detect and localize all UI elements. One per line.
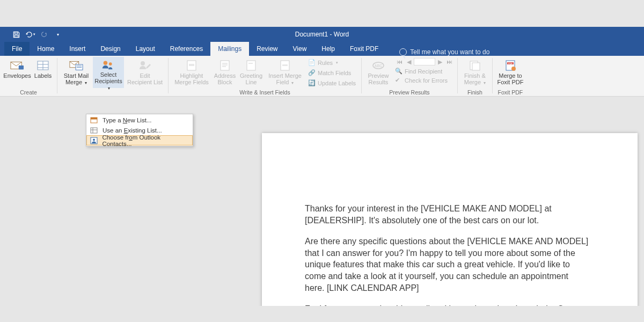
tab-home[interactable]: Home bbox=[30, 42, 62, 56]
labels-label: Labels bbox=[34, 72, 52, 79]
envelopes-button[interactable]: Envelopes bbox=[3, 57, 31, 88]
group-foxit: PDF Merge toFoxit PDF Foxit PDF bbox=[493, 56, 528, 96]
tab-view[interactable]: View bbox=[286, 42, 314, 56]
highlight-merge-fields-button[interactable]: HighlightMerge Fields bbox=[172, 57, 211, 88]
foxit-pdf-icon: PDF bbox=[503, 59, 517, 72]
group-create: Envelopes Labels Create bbox=[0, 56, 57, 96]
menu-choose-outlook-contacts[interactable]: Choose from Outlook Contacts... bbox=[86, 135, 193, 145]
svg-rect-36 bbox=[91, 118, 97, 119]
rules-icon: 📄 bbox=[308, 59, 316, 67]
group-write-insert: HighlightMerge Fields AddressBlock Greet… bbox=[169, 56, 361, 96]
envelope-icon bbox=[10, 59, 24, 72]
ribbon-tabstrip: File Home Insert Design Layout Reference… bbox=[0, 42, 644, 56]
address-block-label: AddressBlock bbox=[214, 72, 236, 85]
recipients-icon bbox=[101, 59, 115, 71]
tab-review[interactable]: Review bbox=[249, 42, 285, 56]
svg-text:ABC: ABC bbox=[375, 64, 382, 68]
group-preview-label: Preview Results bbox=[389, 89, 429, 96]
match-fields-icon: 🔗 bbox=[308, 69, 316, 77]
highlight-label: HighlightMerge Fields bbox=[174, 72, 209, 85]
edit-recipient-list-label: EditRecipient List bbox=[127, 72, 163, 85]
tab-foxit[interactable]: Foxit PDF bbox=[342, 42, 386, 56]
svg-rect-22 bbox=[247, 61, 255, 70]
insert-merge-field-icon bbox=[278, 59, 292, 72]
doc-paragraph-3[interactable]: Feel free to respond to this email and l… bbox=[305, 303, 589, 306]
group-create-label: Create bbox=[20, 89, 37, 96]
finish-merge-icon bbox=[468, 59, 482, 72]
tab-mailings[interactable]: Mailings bbox=[210, 42, 249, 56]
greeting-line-button[interactable]: GreetingLine bbox=[238, 57, 264, 88]
insert-merge-field-button[interactable]: Insert MergeField bbox=[265, 57, 305, 88]
select-recipients-button[interactable]: SelectRecipients bbox=[93, 57, 124, 88]
save-icon[interactable] bbox=[10, 28, 23, 41]
update-labels-icon: 🔄 bbox=[308, 79, 316, 87]
preview-icon: ABC bbox=[371, 59, 385, 72]
record-nav: ⏮ ◀ ▶ ⏭ bbox=[393, 57, 454, 67]
check-icon: ✔ bbox=[395, 77, 402, 84]
svg-point-14 bbox=[109, 62, 112, 65]
lightbulb-icon bbox=[399, 48, 407, 56]
svg-text:PDF: PDF bbox=[508, 62, 513, 65]
redo-icon[interactable] bbox=[38, 28, 50, 41]
tab-help[interactable]: Help bbox=[314, 42, 342, 56]
envelopes-label: Envelopes bbox=[3, 72, 31, 79]
customize-qat-icon[interactable]: ▾ bbox=[52, 28, 64, 41]
greeting-line-icon bbox=[244, 59, 258, 72]
group-preview: ABC PreviewResults ⏮ ◀ ▶ ⏭ 🔍Find Recipie… bbox=[362, 56, 457, 96]
greeting-line-label: GreetingLine bbox=[240, 72, 262, 85]
group-write-label: Write & Insert Fields bbox=[239, 89, 290, 96]
quick-access-toolbar: ▾ ▾ bbox=[0, 28, 64, 41]
update-labels-button[interactable]: 🔄Update Labels bbox=[306, 78, 358, 87]
match-fields-button[interactable]: 🔗Match Fields bbox=[306, 68, 358, 77]
svg-point-33 bbox=[511, 67, 516, 71]
find-recipient-button[interactable]: 🔍Find Recipient bbox=[393, 67, 454, 76]
svg-rect-25 bbox=[282, 64, 288, 66]
edit-recipient-icon bbox=[138, 59, 152, 72]
document-page[interactable]: Thanks for your interest in the [VEHICLE… bbox=[262, 133, 638, 306]
svg-point-13 bbox=[104, 61, 107, 65]
write-small-buttons: 📄Rules▾ 🔗Match Fields 🔄Update Labels bbox=[306, 57, 358, 87]
group-finish-label: Finish bbox=[467, 89, 482, 96]
svg-point-41 bbox=[93, 138, 95, 141]
select-recipients-menu: Type a New List... Use an Existing List.… bbox=[86, 114, 193, 147]
address-block-icon bbox=[218, 59, 232, 72]
mail-merge-icon bbox=[69, 59, 83, 72]
svg-point-2 bbox=[42, 32, 47, 37]
tab-layout[interactable]: Layout bbox=[128, 42, 163, 56]
labels-button[interactable]: Labels bbox=[32, 57, 54, 88]
menu-type-new-label: Type a New List... bbox=[103, 117, 151, 123]
merge-to-foxit-button[interactable]: PDF Merge toFoxit PDF bbox=[496, 57, 525, 88]
check-errors-button[interactable]: ✔Check for Errors bbox=[393, 76, 454, 85]
tab-file[interactable]: File bbox=[4, 42, 30, 56]
prev-record-icon[interactable]: ◀ bbox=[405, 58, 413, 65]
outlook-contacts-icon bbox=[90, 136, 98, 145]
svg-point-15 bbox=[141, 61, 145, 65]
doc-paragraph-2[interactable]: Are there any specific questions about t… bbox=[305, 236, 589, 294]
preview-results-label: PreviewResults bbox=[368, 72, 389, 85]
tab-design[interactable]: Design bbox=[93, 42, 128, 56]
doc-paragraph-1[interactable]: Thanks for your interest in the [VEHICLE… bbox=[305, 203, 589, 226]
start-mail-merge-label: Start MailMerge bbox=[64, 72, 89, 86]
type-new-list-icon bbox=[90, 116, 98, 125]
undo-icon[interactable]: ▾ bbox=[24, 28, 36, 41]
start-mail-merge-button[interactable]: Start MailMerge bbox=[61, 57, 92, 88]
menu-type-new-list[interactable]: Type a New List... bbox=[86, 115, 193, 125]
first-record-icon[interactable]: ⏮ bbox=[395, 58, 404, 65]
preview-results-button[interactable]: ABC PreviewResults bbox=[365, 57, 392, 88]
tell-me-placeholder: Tell me what you want to do bbox=[410, 48, 489, 56]
tell-me-search[interactable]: Tell me what you want to do bbox=[399, 48, 489, 56]
use-existing-list-icon bbox=[90, 126, 98, 135]
edit-recipient-list-button[interactable]: EditRecipient List bbox=[125, 57, 165, 88]
insert-merge-field-label: Insert MergeField bbox=[268, 72, 302, 86]
word-window: ▾ ▾ Document1 - Word File Home Insert De… bbox=[0, 27, 644, 306]
address-block-button[interactable]: AddressBlock bbox=[213, 57, 237, 88]
record-number-field[interactable] bbox=[414, 58, 435, 65]
title-bar: ▾ ▾ Document1 - Word bbox=[0, 27, 644, 42]
select-recipients-label: SelectRecipients bbox=[93, 71, 124, 92]
finish-merge-button[interactable]: Finish &Merge bbox=[461, 57, 489, 88]
rules-button[interactable]: 📄Rules▾ bbox=[306, 58, 358, 67]
tab-references[interactable]: References bbox=[163, 42, 210, 56]
tab-insert[interactable]: Insert bbox=[62, 42, 93, 56]
last-record-icon[interactable]: ⏭ bbox=[445, 58, 454, 65]
next-record-icon[interactable]: ▶ bbox=[436, 58, 444, 65]
